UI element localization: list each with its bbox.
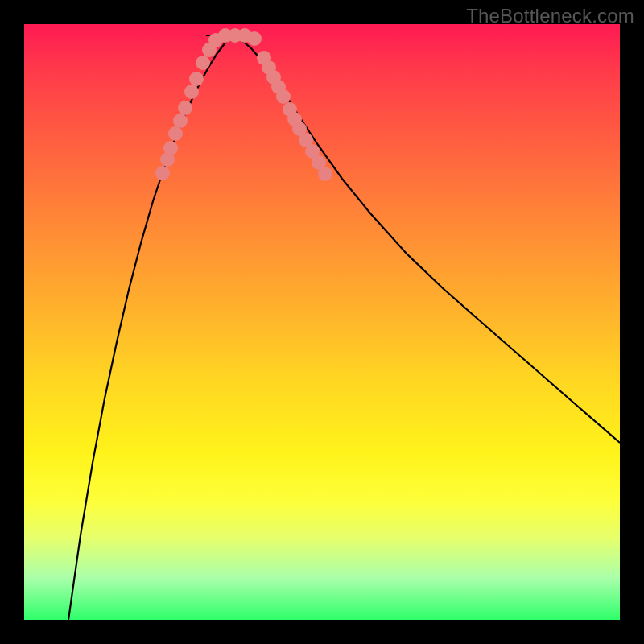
plot-area — [24, 24, 620, 620]
marker-dot — [173, 114, 188, 128]
marker-dot — [168, 126, 183, 141]
marker-dot — [184, 85, 199, 99]
marker-dot — [318, 167, 332, 181]
marker-dot — [189, 72, 204, 86]
watermark-text: TheBottleneck.com — [466, 5, 634, 27]
curve-group — [68, 35, 620, 620]
marker-dot — [178, 101, 192, 115]
marker-dot — [276, 89, 291, 104]
marker-group — [155, 28, 332, 181]
curve-left-branch — [68, 35, 232, 620]
marker-dot — [247, 31, 262, 46]
marker-dot — [163, 141, 178, 155]
chart-frame: TheBottleneck.com — [0, 0, 644, 644]
chart-svg — [24, 24, 620, 620]
marker-dot — [155, 166, 170, 180]
marker-dot — [196, 56, 210, 70]
